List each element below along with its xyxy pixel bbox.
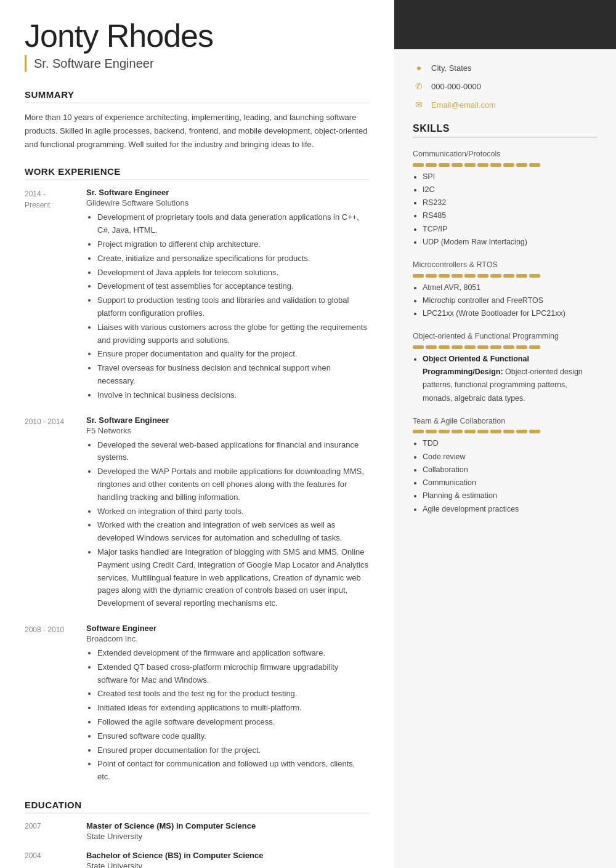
work-bullets-1: Development of proprietary tools and dat… (86, 211, 370, 401)
dot (452, 274, 463, 278)
bullet: Involve in technical business decisions. (97, 389, 370, 402)
bullet: Project migration to different chip arch… (97, 238, 370, 251)
edu-school-2: State University (86, 861, 264, 868)
work-date-1: 2014 -Present (25, 188, 86, 403)
skill-dots-1 (413, 163, 598, 167)
bullet: Extended QT based cross-platform microch… (97, 661, 370, 687)
dot (439, 345, 450, 349)
job-title: Sr. Software Engineer (34, 57, 154, 71)
dot (477, 274, 488, 278)
skill-item: Microchip controller and FreeRTOS (423, 294, 598, 307)
bullet: Ensured software code quality. (97, 730, 370, 743)
bullet: Extended development of the firmware and… (97, 647, 370, 660)
phone-icon: ✆ (413, 80, 425, 92)
contact-email: ✉ Email@email.com (413, 98, 598, 111)
dot (490, 163, 501, 167)
bullet: Development of Java applets for telecom … (97, 267, 370, 279)
dot (477, 345, 488, 349)
skill-group-2: Microcontrollers & RTOS Atmel AVR, 8051 … (413, 260, 598, 320)
work-details-3: Software Engineer Broadcom Inc. Extended… (86, 624, 370, 785)
edu-date-2: 2004 (25, 851, 86, 868)
right-top-bar (394, 0, 616, 49)
bullet: Ensured proper documentation for the pro… (97, 744, 370, 757)
dot (464, 345, 476, 349)
dot (529, 430, 540, 433)
edu-entry-2: 2004 Bachelor of Science (BS) in Compute… (25, 851, 370, 868)
edu-date-1: 2007 (25, 821, 86, 841)
bullet: Developed the several web-based applicat… (97, 439, 370, 465)
email-icon: ✉ (413, 98, 425, 111)
dot (529, 163, 540, 167)
skill-item: Agile development practices (423, 503, 598, 516)
edu-degree-2: Bachelor of Science (BS) in Computer Sci… (86, 851, 264, 860)
dot (503, 345, 514, 349)
bullet: Created test tools and the test rig for … (97, 688, 370, 701)
work-company-2: F5 Networks (86, 426, 370, 435)
education-section: EDUCATION 2007 Master of Science (MS) in… (25, 800, 370, 868)
title-bar-accent (25, 55, 26, 72)
location-icon: ● (413, 62, 425, 74)
edu-details-1: Master of Science (MS) in Computer Scien… (86, 821, 256, 841)
dot (490, 430, 501, 433)
contact-location: ● City, States (413, 62, 598, 74)
dot (503, 274, 514, 278)
edu-entry-1: 2007 Master of Science (MS) in Computer … (25, 821, 370, 841)
work-details-2: Sr. Software Engineer F5 Networks Develo… (86, 416, 370, 611)
dot (490, 345, 501, 349)
dot (439, 430, 450, 433)
dot (426, 274, 437, 278)
work-experience-section: WORK EXPERIENCE 2014 -Present Sr. Softwa… (25, 166, 370, 784)
dot (413, 430, 424, 433)
skill-item: I2C (423, 183, 598, 196)
location-text: City, States (431, 63, 472, 73)
dot (516, 430, 527, 433)
skill-item: RS485 (423, 209, 598, 222)
bullet: Point of contact for communication and f… (97, 758, 370, 784)
dot (426, 345, 437, 349)
candidate-name: Jonty Rhodes (25, 18, 370, 54)
dot (529, 345, 540, 349)
skill-list-1: SPI I2C RS232 RS485 TCP/IP UDP (Modem Ra… (413, 171, 598, 249)
skill-item: Atmel AVR, 8051 (423, 281, 598, 294)
dot (452, 345, 463, 349)
skill-item: Code review (423, 451, 598, 464)
bullet: Worked on integration of third party too… (97, 505, 370, 518)
bullet: Travel overseas for business decision an… (97, 362, 370, 388)
bullet: Initiated ideas for extending applicatio… (97, 702, 370, 715)
work-title-3: Software Engineer (86, 624, 370, 633)
work-entry-2: 2010 - 2014 Sr. Software Engineer F5 Net… (25, 416, 370, 611)
skill-group-name-3: Object-oriented & Functional Programming (413, 331, 598, 342)
bullet: Development of proprietary tools and dat… (97, 211, 370, 237)
skill-item: SPI (423, 171, 598, 183)
skill-list-2: Atmel AVR, 8051 Microchip controller and… (413, 281, 598, 321)
dot (516, 345, 527, 349)
work-company-1: Glidewire Software Solutions (86, 198, 370, 207)
skill-group-4: Team & Agile Collaboration TDD Code revi… (413, 416, 598, 516)
skill-dots-4 (413, 430, 598, 433)
dot (490, 274, 501, 278)
summary-text: More than 10 years of experience archite… (25, 111, 370, 151)
summary-section: SUMMARY More than 10 years of experience… (25, 89, 370, 151)
work-company-3: Broadcom Inc. (86, 634, 370, 643)
bullet: Liaises with various customers across th… (97, 321, 370, 347)
work-bullets-3: Extended development of the firmware and… (86, 647, 370, 784)
skill-group-3: Object-oriented & Functional Programming… (413, 331, 598, 405)
skill-group-name-2: Microcontrollers & RTOS (413, 260, 598, 271)
dot (464, 163, 476, 167)
email-link[interactable]: Email@email.com (431, 100, 496, 110)
contact-phone: ✆ 000-000-0000 (413, 80, 598, 92)
bullet: Worked with the creation and integration… (97, 519, 370, 545)
work-details-1: Sr. Software Engineer Glidewire Software… (86, 188, 370, 403)
dot (439, 163, 450, 167)
work-experience-title: WORK EXPERIENCE (25, 166, 370, 180)
skill-item: TCP/IP (423, 223, 598, 236)
skills-title: SKILLS (413, 123, 598, 138)
skill-item: Planning & estimation (423, 489, 598, 502)
dot (516, 163, 527, 167)
skill-list-3: Object Oriented & Functional Programming… (413, 353, 598, 405)
skill-item: Communication (423, 476, 598, 489)
dot (464, 430, 476, 433)
skill-bold: Object Oriented & Functional Programming… (423, 355, 529, 376)
bullet: Followed the agile software development … (97, 716, 370, 729)
edu-details-2: Bachelor of Science (BS) in Computer Sci… (86, 851, 264, 868)
